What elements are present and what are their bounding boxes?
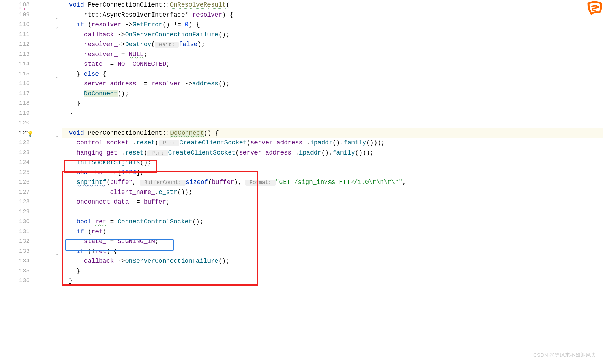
code-token: family — [344, 139, 366, 146]
code-line[interactable]: callback_->OnServerConnectionFailure(); — [62, 256, 603, 266]
line-number: 118 — [19, 99, 48, 109]
code-line[interactable]: bool ret = ConnectControlSocket(); — [62, 217, 603, 227]
code-token: Format: — [245, 180, 276, 186]
code-token: PeerConnectionClient — [88, 1, 163, 8]
code-token: = — [140, 80, 151, 87]
line-number: 124 — [19, 158, 48, 168]
text-cursor — [170, 129, 170, 137]
lightbulb-icon[interactable]: 💡 — [27, 130, 34, 140]
code-line[interactable]: resolver_ = NULL; — [62, 49, 603, 59]
fold-marker[interactable] — [55, 148, 62, 158]
code-token: Ptr: — [147, 150, 168, 156]
code-line[interactable]: control_socket_.reset( Ptr: CreateClient… — [62, 138, 603, 148]
code-content[interactable]: void PeerConnectionClient::OnResolveResu… — [62, 0, 603, 364]
fold-marker[interactable] — [55, 266, 62, 276]
line-number: 134 — [19, 256, 48, 266]
code-line[interactable]: if (ret) — [62, 227, 603, 237]
code-token: . — [306, 139, 310, 146]
code-line[interactable]: char buffer[1024]; — [62, 168, 603, 178]
code-line[interactable]: snprintf(buffer, BufferCount: sizeof(buf… — [62, 177, 603, 187]
code-token: () != — [163, 21, 185, 28]
fold-marker[interactable] — [55, 276, 62, 286]
code-token: client_name_ — [110, 189, 155, 196]
code-line[interactable]: DoConnect(); — [62, 89, 603, 99]
code-token: -> — [125, 21, 133, 28]
code-token: GetError — [132, 21, 162, 28]
fold-marker[interactable] — [55, 39, 62, 49]
code-line[interactable]: state_ = NOT_CONNECTED; — [62, 59, 603, 69]
code-line[interactable] — [62, 118, 603, 128]
fold-marker[interactable] — [55, 0, 62, 10]
code-token: = — [106, 60, 118, 67]
code-token — [62, 179, 76, 186]
fold-marker[interactable] — [55, 118, 62, 128]
line-number: 117 — [19, 89, 48, 99]
code-token: resolver_ — [91, 21, 125, 28]
fold-marker[interactable] — [55, 187, 62, 197]
ime-sogou-icon[interactable] — [586, 1, 603, 16]
fold-gutter[interactable]: ⌄⌄⌄⌄⌄ — [55, 0, 62, 364]
code-token — [62, 198, 76, 205]
line-number: 132 — [19, 236, 48, 246]
code-line[interactable]: void PeerConnectionClient::OnResolveResu… — [62, 0, 603, 10]
code-line[interactable]: hanging_get_.reset( Ptr: CreateClientSoc… — [62, 148, 603, 158]
code-token — [62, 169, 76, 176]
code-token: NOT_CONNECTED — [118, 60, 166, 67]
code-editor[interactable]: ⮢ 10810911011111211311411511611711811912… — [0, 0, 603, 364]
fold-marker[interactable] — [55, 236, 62, 246]
code-token: bool — [76, 218, 91, 225]
code-line[interactable]: InitSocketSignals(); — [62, 158, 603, 168]
code-line[interactable]: client_name_.c_str()); — [62, 187, 603, 197]
fold-marker[interactable] — [55, 207, 62, 217]
code-line[interactable]: callback_->OnServerConnectionFailure(); — [62, 30, 603, 40]
code-token: reset — [125, 149, 144, 156]
fold-marker[interactable] — [55, 197, 62, 207]
code-token — [91, 218, 95, 225]
code-line[interactable]: resolver_->Destroy( wait: false); — [62, 39, 603, 49]
code-token: (). — [333, 139, 344, 146]
override-icon[interactable]: ⮢ — [19, 4, 25, 14]
code-line[interactable]: } else { — [62, 69, 603, 79]
fold-marker[interactable] — [55, 99, 62, 109]
code-line[interactable] — [62, 207, 603, 217]
code-line[interactable]: state_ = SIGNING_IN; — [62, 236, 603, 246]
fold-marker[interactable] — [55, 177, 62, 187]
code-token: resolver — [192, 11, 222, 18]
code-line[interactable]: onconnect_data_ = buffer; — [62, 197, 603, 207]
code-token: ; — [166, 60, 170, 67]
code-token: ) { — [222, 11, 233, 18]
code-line[interactable]: rtc::AsyncResolverInterface* resolver) { — [62, 10, 603, 20]
code-line[interactable]: } — [62, 109, 603, 119]
code-line[interactable]: if (resolver_->GetError() != 0) { — [62, 20, 603, 30]
code-token: . — [121, 149, 125, 156]
fold-marker[interactable] — [55, 217, 62, 227]
code-line[interactable]: } — [62, 99, 603, 109]
fold-marker[interactable] — [55, 227, 62, 237]
fold-marker[interactable] — [55, 49, 62, 59]
code-token — [62, 51, 84, 58]
code-token: (); — [219, 31, 230, 38]
fold-marker[interactable] — [55, 59, 62, 69]
code-token: server_address_ — [84, 80, 140, 87]
code-line[interactable]: if (!ret) { — [62, 246, 603, 256]
code-line[interactable]: } — [62, 266, 603, 276]
line-number: 115 — [19, 69, 48, 79]
fold-marker[interactable] — [55, 168, 62, 178]
fold-marker[interactable] — [55, 89, 62, 99]
code-token: = — [106, 238, 118, 245]
code-token: -> — [185, 80, 192, 87]
code-line[interactable]: } — [62, 276, 603, 286]
code-token: ( — [235, 149, 239, 156]
code-token: ]; — [136, 169, 144, 176]
code-token: ret — [95, 218, 106, 225]
code-token: * — [185, 11, 192, 18]
code-token: resolver_ — [84, 51, 118, 58]
code-line[interactable]: void PeerConnectionClient::DoConnect() {… — [62, 128, 603, 138]
code-token: if — [76, 21, 84, 28]
code-token: ( — [208, 179, 212, 186]
fold-marker[interactable] — [55, 158, 62, 168]
code-line[interactable]: server_address_ = resolver_->address(); — [62, 79, 603, 89]
code-token: CreateClientSocket — [168, 149, 235, 156]
code-token — [62, 80, 84, 87]
fold-marker[interactable] — [55, 109, 62, 119]
